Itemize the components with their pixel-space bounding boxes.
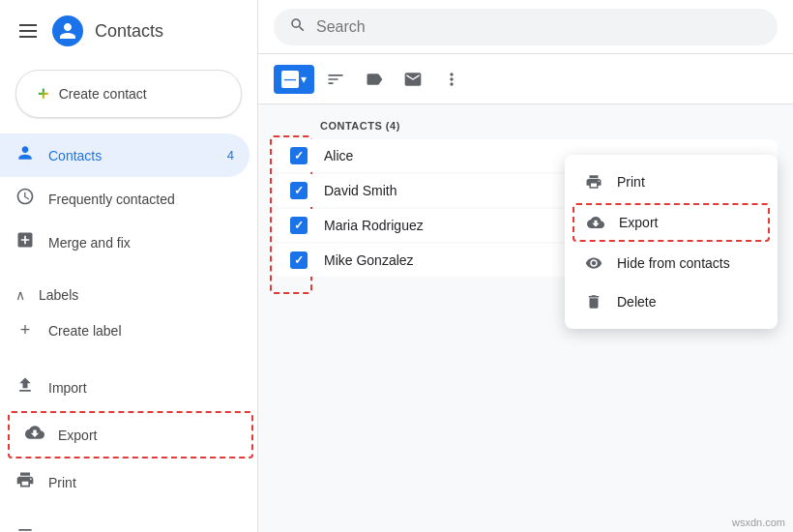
menu-item-delete[interactable]: Delete bbox=[565, 282, 778, 321]
plus-icon: + bbox=[38, 84, 49, 103]
sidebar-item-print[interactable]: Print bbox=[0, 460, 250, 504]
import-label: Import bbox=[48, 380, 87, 396]
sidebar-item-import[interactable]: Import bbox=[0, 366, 250, 409]
sidebar-item-frequently-contacted[interactable]: Frequently contacted bbox=[0, 177, 250, 221]
hamburger-icon[interactable] bbox=[15, 20, 41, 42]
hide-menu-icon bbox=[584, 253, 603, 273]
checkbox-mike-check[interactable] bbox=[290, 251, 308, 269]
email-button[interactable] bbox=[396, 62, 430, 97]
search-input[interactable] bbox=[316, 18, 762, 36]
select-all-icon bbox=[281, 71, 299, 88]
menu-item-export[interactable]: Export bbox=[573, 203, 770, 242]
main-content: ▾ CONTACTS (4) bbox=[258, 0, 793, 532]
export-menu-label: Export bbox=[619, 215, 658, 230]
merge-and-fix-label: Merge and fix bbox=[48, 235, 131, 251]
frequently-contacted-label: Frequently contacted bbox=[48, 192, 175, 207]
export-icon bbox=[25, 423, 44, 447]
sidebar-item-contacts[interactable]: Contacts 4 bbox=[0, 133, 250, 177]
sidebar-item-export[interactable]: Export bbox=[10, 413, 251, 457]
create-contact-label: Create contact bbox=[59, 86, 147, 102]
print-menu-label: Print bbox=[617, 174, 645, 190]
frequently-contacted-icon bbox=[15, 187, 35, 211]
app-title: Contacts bbox=[95, 21, 163, 42]
export-highlight-sidebar: Export bbox=[8, 411, 253, 458]
export-menu-icon bbox=[586, 213, 605, 232]
import-icon bbox=[15, 375, 35, 399]
checkbox-alice-check[interactable] bbox=[290, 147, 308, 164]
menu-item-print[interactable]: Print bbox=[565, 163, 778, 201]
print-label: Print bbox=[48, 475, 76, 490]
dropdown-menu: Print Export Hide from contacts bbox=[565, 155, 778, 329]
checkbox-david[interactable] bbox=[281, 182, 316, 199]
topbar bbox=[258, 0, 793, 54]
delete-menu-label: Delete bbox=[617, 294, 656, 310]
merge-icon bbox=[15, 230, 35, 254]
sidebar-item-other-contacts[interactable]: Other contacts bbox=[0, 519, 250, 532]
create-label-text: Create label bbox=[48, 323, 122, 339]
checkbox-mike[interactable] bbox=[281, 251, 316, 269]
hide-menu-label: Hide from contacts bbox=[617, 255, 730, 271]
contacts-area: CONTACTS (4) Alice David Smith om Maria … bbox=[258, 104, 793, 532]
export-label: Export bbox=[58, 428, 97, 443]
print-menu-icon bbox=[584, 172, 603, 192]
sort-button[interactable] bbox=[318, 62, 353, 97]
checkbox-maria[interactable] bbox=[281, 217, 316, 234]
create-contact-button[interactable]: + Create contact bbox=[15, 70, 242, 118]
contacts-badge: 4 bbox=[227, 148, 234, 163]
watermark: wsxdn.com bbox=[732, 517, 785, 528]
chevron-up-icon: ∧ bbox=[15, 287, 25, 303]
select-all-button[interactable]: ▾ bbox=[274, 65, 314, 94]
label-button[interactable] bbox=[357, 62, 392, 97]
contacts-icon bbox=[15, 143, 35, 167]
search-icon bbox=[289, 16, 307, 38]
menu-item-hide[interactable]: Hide from contacts bbox=[565, 244, 778, 282]
print-icon bbox=[15, 470, 35, 494]
labels-label: Labels bbox=[39, 287, 78, 303]
sidebar-header: Contacts bbox=[0, 8, 257, 54]
delete-menu-icon bbox=[584, 292, 603, 311]
contacts-label: Contacts bbox=[48, 148, 102, 163]
sidebar-item-merge-and-fix[interactable]: Merge and fix bbox=[0, 221, 250, 264]
checkbox-alice[interactable] bbox=[281, 147, 316, 164]
toolbar: ▾ bbox=[258, 54, 793, 104]
checkbox-maria-check[interactable] bbox=[290, 217, 308, 234]
checkbox-david-check[interactable] bbox=[290, 182, 308, 199]
google-avatar bbox=[52, 15, 83, 46]
more-options-button[interactable] bbox=[434, 62, 469, 97]
sidebar: Contacts + Create contact Contacts 4 Fre… bbox=[0, 0, 258, 532]
search-bar[interactable] bbox=[274, 9, 778, 45]
labels-section-header[interactable]: ∧ Labels bbox=[0, 280, 257, 310]
contacts-header: CONTACTS (4) bbox=[274, 120, 778, 139]
sidebar-item-create-label[interactable]: + Create label bbox=[0, 310, 250, 350]
chevron-down-icon: ▾ bbox=[301, 73, 307, 86]
create-label-icon: + bbox=[15, 320, 35, 340]
